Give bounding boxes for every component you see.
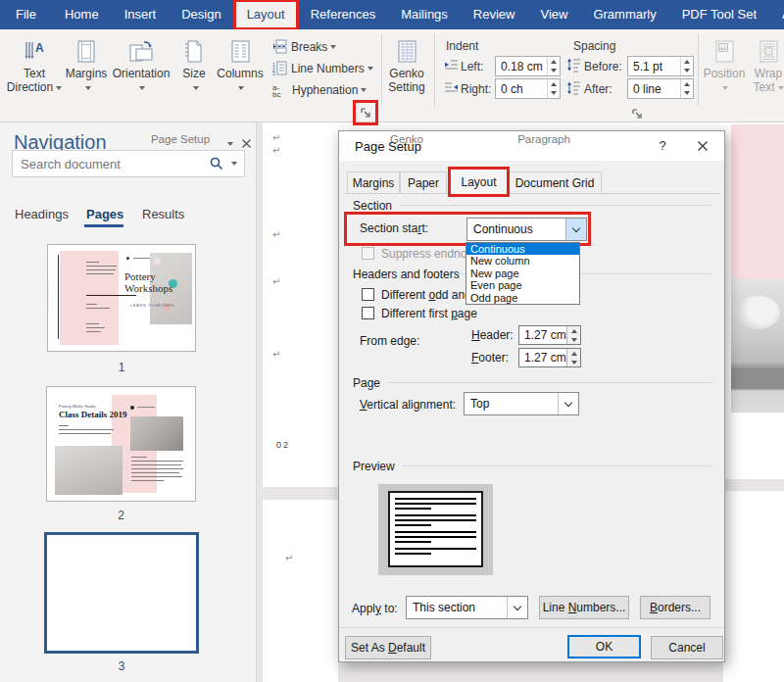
dropdown-caret-icon xyxy=(85,86,91,90)
tab-design[interactable]: Design xyxy=(169,0,233,29)
search-options-caret-icon[interactable] xyxy=(231,162,237,166)
spacing-before-spinner[interactable] xyxy=(680,57,693,75)
tab-references[interactable]: References xyxy=(298,0,388,29)
indent-right-field-label: Right: xyxy=(461,82,491,96)
genko-group-label: Genko xyxy=(377,133,436,145)
apply-to-combobox[interactable]: This section xyxy=(406,596,528,619)
apply-to-combo-arrow[interactable] xyxy=(507,597,527,618)
dropdown-caret-icon xyxy=(722,86,728,90)
genko-setting-label: Genko Setting xyxy=(384,67,429,94)
columns-button[interactable]: Columns xyxy=(216,35,265,104)
dropdown-option-new-page[interactable]: New page xyxy=(466,268,579,279)
dropdown-option-even-page[interactable]: Even page xyxy=(466,279,579,291)
genko-setting-button[interactable]: Genko Setting xyxy=(384,35,429,104)
paragraph-dialog-launcher[interactable] xyxy=(629,106,645,122)
header-distance-spinner[interactable] xyxy=(566,326,580,344)
page-thumbnail-1[interactable]: Information Pottery Workshops LEARN TOGE… xyxy=(47,244,196,352)
indent-right-icon xyxy=(443,81,459,94)
dialog-tab-document-grid[interactable]: Document Grid xyxy=(508,171,602,194)
text-direction-button[interactable]: A Text Direction xyxy=(6,35,63,104)
page-thumbnail-2[interactable]: Pottery Works Studio Class Details 2019 xyxy=(46,386,196,502)
orientation-button[interactable]: Orientation xyxy=(110,35,172,104)
tab-insert[interactable]: Insert xyxy=(112,0,170,29)
search-input[interactable] xyxy=(13,157,209,171)
indent-left-input[interactable]: 0.18 cm xyxy=(495,56,561,76)
columns-icon xyxy=(228,35,252,65)
position-icon xyxy=(712,35,736,65)
tab-grammarly[interactable]: Grammarly xyxy=(580,0,668,29)
header-distance-input[interactable]: 1.27 cm xyxy=(518,325,581,345)
search-icon[interactable] xyxy=(209,156,224,171)
footer-distance-spinner[interactable] xyxy=(566,349,580,366)
dropdown-caret-icon xyxy=(139,86,145,90)
different-first-page-checkbox[interactable] xyxy=(362,307,374,319)
tab-pdf-tool-set[interactable]: PDF Tool Set xyxy=(669,0,769,29)
paragraph-mark: ↵ xyxy=(285,553,293,563)
nav-tab-pages[interactable]: Pages xyxy=(86,207,123,221)
breaks-button[interactable]: Breaks xyxy=(272,37,336,56)
different-odd-even-checkbox[interactable] xyxy=(362,288,374,301)
page-setup-dialog-launcher[interactable] xyxy=(358,105,373,121)
vertical-alignment-label: Vertical alignment: xyxy=(360,398,456,412)
thumb2-title: Class Details 2019 xyxy=(59,410,127,419)
dropdown-caret-icon xyxy=(330,45,336,49)
nav-tab-pages-underline xyxy=(84,224,123,227)
page-thumbnail-2-number: 2 xyxy=(46,509,196,522)
spacing-after-spinner[interactable] xyxy=(680,79,693,98)
tab-file[interactable]: File xyxy=(0,0,52,29)
dialog-tab-layout[interactable]: Layout xyxy=(450,169,508,195)
size-icon xyxy=(182,35,206,65)
dialog-help-button[interactable]: ? xyxy=(655,138,670,154)
spacing-after-input[interactable]: 0 line xyxy=(627,78,694,99)
page-setup-group-label: Page Setup xyxy=(122,133,239,145)
nav-close-icon[interactable] xyxy=(241,138,252,149)
margins-button[interactable]: Margins xyxy=(63,35,110,104)
ok-button[interactable]: OK xyxy=(567,635,641,658)
borders-button[interactable]: Borders... xyxy=(640,596,710,619)
tab-home[interactable]: Home xyxy=(52,0,112,29)
dropdown-caret-icon xyxy=(193,86,199,90)
tab-review[interactable]: Review xyxy=(461,0,528,29)
page-thumbnail-1-number: 1 xyxy=(47,361,196,374)
section-group-label: Section xyxy=(353,199,392,213)
tab-layout[interactable]: Layout xyxy=(234,0,298,29)
hyphenation-button[interactable]: a-bc Hyphenation xyxy=(272,80,367,99)
tab-view[interactable]: View xyxy=(527,0,580,29)
svg-text:bc: bc xyxy=(272,90,280,98)
page-group-rule xyxy=(388,382,712,383)
dropdown-option-odd-page[interactable]: Odd page xyxy=(466,292,579,304)
footer-distance-input[interactable]: 1.27 cm xyxy=(518,348,581,367)
size-button[interactable]: Size xyxy=(172,35,216,104)
nav-tab-headings[interactable]: Headings xyxy=(15,207,69,221)
nav-tab-results[interactable]: Results xyxy=(142,207,184,221)
vertical-alignment-combo-arrow[interactable] xyxy=(558,393,578,414)
columns-label: Columns xyxy=(217,67,263,80)
page-group-label: Page xyxy=(353,376,380,390)
preview-page-graphic xyxy=(388,491,483,567)
set-as-default-button[interactable]: Set As Default xyxy=(345,636,431,659)
dropdown-option-continuous[interactable]: Continuous xyxy=(466,243,579,255)
paragraph-mark: ↵ xyxy=(272,349,280,360)
indent-right-input[interactable]: 0 ch xyxy=(495,78,561,99)
thumb1-text-lines-3 xyxy=(86,323,107,335)
tab-acrobat-clipped[interactable]: Ac xyxy=(769,0,784,29)
line-numbers-button[interactable]: 123 Line Numbers xyxy=(272,59,373,77)
dropdown-option-new-column[interactable]: New column xyxy=(466,255,579,267)
dialog-tab-margins[interactable]: Margins xyxy=(347,171,400,194)
different-first-page-label: Different first page xyxy=(381,307,477,320)
thumb1-title: Pottery Workshops xyxy=(124,270,192,294)
spacing-before-field-label: Before: xyxy=(584,60,622,73)
cancel-button[interactable]: Cancel xyxy=(651,636,723,659)
indent-left-spinner[interactable] xyxy=(547,57,560,75)
svg-text:3: 3 xyxy=(272,71,275,75)
indent-right-spinner[interactable] xyxy=(547,79,560,98)
line-numbers-button-dialog[interactable]: Line Numbers... xyxy=(539,596,629,619)
page-thumbnail-3-selected[interactable] xyxy=(44,532,199,654)
vertical-alignment-combobox[interactable]: Top xyxy=(464,392,579,415)
thumb2-photo-right xyxy=(130,416,183,451)
spacing-before-input[interactable]: 5.1 pt xyxy=(627,56,694,76)
line-numbers-label: Line Numbers xyxy=(291,62,365,75)
tab-mailings[interactable]: Mailings xyxy=(388,0,461,29)
dialog-close-button[interactable] xyxy=(694,138,711,154)
dialog-tab-paper[interactable]: Paper xyxy=(400,171,447,194)
